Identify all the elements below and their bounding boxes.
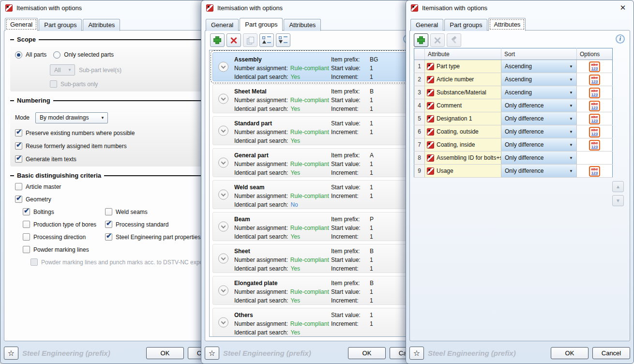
tab-part-groups[interactable]: Part groups [444,19,487,31]
scroll-up-button[interactable]: ▲ [612,181,624,192]
tab-attributes[interactable]: Attributes [488,18,526,31]
itemisation-app-icon [411,4,418,12]
scroll-down-button[interactable]: ▼ [612,195,624,206]
part-group-card-sheet-metal[interactable]: Sheet MetalNumber assignment:Rule-compli… [212,84,420,113]
part-group-card-standard-part[interactable]: Standard partNumber assignment:Rule-comp… [212,116,420,145]
radio-only-selected-parts[interactable]: Only selected parts [53,51,114,59]
abc-123-options-icon[interactable]: abc123 [589,61,600,72]
info-icon[interactable]: i [616,34,625,44]
add-part-group-button[interactable] [210,33,225,47]
checkbox-reuse-formerly-assigned-item-numbers[interactable]: ✔Reuse formerly assigned item numbers [15,142,214,150]
favourites-button[interactable]: ☆ [409,347,424,360]
mode-dropdown[interactable]: By model drawings ▼ [35,112,108,123]
checkbox-box [30,258,38,266]
checkbox-weld-seams[interactable]: Weld seams [105,208,214,215]
checkbox-box [105,208,112,215]
checkbox-generate-item-texts[interactable]: ✔Generate item texts [15,155,214,163]
expand-chevron-button[interactable] [218,254,228,264]
sort-dropdown[interactable]: Only difference▼ [501,165,576,177]
checkbox-article-master[interactable]: Article master [15,183,214,190]
plus-icon [417,36,425,44]
copy-icon [246,36,254,44]
move-up-button[interactable] [259,33,274,47]
titlebar[interactable]: Itemisation with options ✕ [406,0,634,15]
attribute-cell[interactable]: Article number [425,73,501,86]
attribute-cell[interactable]: Designation 1 [425,112,501,125]
expand-chevron-button[interactable] [218,318,228,328]
checkbox-preserve-existing-numbers-where-possible[interactable]: ✔Preserve existing numbers where possibl… [15,129,214,136]
expand-chevron-button[interactable] [218,62,228,72]
identical-search-line: Identical part search:Yes [234,232,415,241]
field-label: Identical part search: [234,264,288,273]
expand-chevron-button[interactable] [218,158,228,168]
abc-123-options-icon[interactable]: abc123 [589,75,600,85]
tab-general[interactable]: General [5,18,38,31]
cancel-button[interactable]: Cancel [592,347,630,359]
radio-all-parts[interactable]: All parts [15,51,46,59]
expand-chevron-button[interactable] [218,222,228,232]
part-group-card-others[interactable]: OthersNumber assignment:Rule-compliantId… [212,308,420,337]
part-group-card-sheet[interactable]: SheetNumber assignment:Rule-compliantIde… [212,244,420,273]
tab-part-groups[interactable]: Part groups [240,18,283,31]
checkbox-powder-marking-lines[interactable]: Powder marking lines [23,246,105,253]
attribute-cell[interactable]: Comment [425,99,501,112]
favourites-button[interactable]: ☆ [4,347,18,360]
part-group-card-beam[interactable]: BeamNumber assignment:Rule-compliantIden… [212,212,420,241]
sub-part-level-label: Sub-part level(s) [79,67,121,74]
tab-attributes[interactable]: Attributes [284,19,321,31]
abc-123-options-icon[interactable]: abc123 [589,140,600,151]
tab-general[interactable]: General [206,19,239,31]
expand-chevron-button[interactable] [218,190,228,200]
dropdown-arrow-icon: ▼ [569,104,573,108]
checkbox-processing-standard[interactable]: ✔Processing standard [105,221,214,228]
tab-general[interactable]: General [410,19,443,31]
move-down-button[interactable] [276,33,290,47]
ok-button[interactable]: OK [348,347,386,359]
abc-123-options-icon[interactable]: abc123 [589,127,600,137]
sort-dropdown[interactable]: Ascending▼ [501,60,576,73]
attribute-cell[interactable]: Coating, outside [425,125,501,138]
part-group-card-general-part[interactable]: General partNumber assignment:Rule-compl… [212,148,420,177]
checkbox-steel-engineering-part-properties[interactable]: ✔Steel Engineering part properties [105,233,214,241]
attribute-cell[interactable]: Part type [425,60,501,73]
sort-dropdown[interactable]: Only difference▼ [501,138,576,151]
delete-part-group-button[interactable] [226,33,241,47]
expand-chevron-button[interactable] [218,126,228,136]
part-group-card-assembly[interactable]: AssemblyNumber assignment:Rule-compliant… [212,52,420,81]
attribute-cell[interactable]: Coating, inside [425,138,501,152]
titlebar[interactable]: Itemisation with options [201,0,431,15]
attribute-cell[interactable]: Substance/Material [425,86,501,99]
options-cell: abc123 [577,99,613,112]
expand-chevron-button[interactable] [218,94,228,104]
attribute-cell[interactable]: Usage [425,165,501,178]
ok-button[interactable]: OK [551,347,589,359]
tab-part-groups[interactable]: Part groups [39,19,82,31]
close-button[interactable]: ✕ [617,3,629,12]
checkbox-box [23,246,30,253]
attribute-cell[interactable]: Assembling ID for bolts+sc [425,152,501,165]
checkbox-box: ✔ [15,196,22,203]
abc-123-options-icon[interactable]: abc123 [589,166,600,177]
expand-chevron-button[interactable] [218,286,228,296]
sort-dropdown[interactable]: Only difference▼ [501,125,576,138]
favourites-button[interactable]: ☆ [205,347,219,360]
sort-dropdown[interactable]: Ascending▼ [501,73,576,86]
checkbox-geometry[interactable]: ✔Geometry [15,196,214,203]
checkbox-production-type-of-bores[interactable]: Production type of bores [23,221,105,228]
part-group-card-weld-seam[interactable]: Weld seamNumber assignment:Rule-complian… [212,180,420,209]
abc-123-options-icon[interactable]: abc123 [589,101,600,111]
sort-dropdown[interactable]: Ascending▼ [501,86,576,99]
abc-123-options-icon[interactable]: abc123 [589,114,600,124]
part-group-card-elongated-plate[interactable]: Elongated plateNumber assignment:Rule-co… [212,276,420,305]
abc-123-options-icon[interactable]: abc123 [589,88,600,98]
checkbox-box [23,233,30,241]
tab-attributes[interactable]: Attributes [83,19,120,31]
checkbox-processing-direction[interactable]: Processing direction [23,233,105,241]
add-attribute-button[interactable] [414,33,428,47]
sort-dropdown[interactable]: Only difference▼ [501,99,576,112]
titlebar[interactable]: Itemisation with options [0,0,229,15]
sort-dropdown[interactable]: Only difference▼ [501,112,576,125]
ok-button[interactable]: OK [146,347,184,359]
sort-dropdown[interactable]: Only difference▼ [501,152,576,164]
checkbox-boltings[interactable]: ✔Boltings [23,208,105,215]
